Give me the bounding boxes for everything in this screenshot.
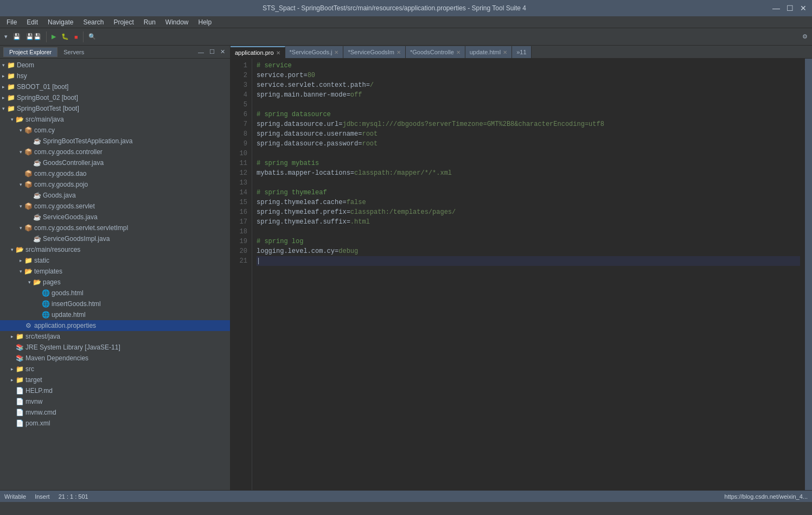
tree-item-springboottest[interactable]: ▾📁SpringBootTest [boot] [0, 103, 230, 114]
toolbar-settings-button[interactable]: ⚙ [800, 30, 810, 43]
status-left: Writable Insert 21 : 1 : 501 [4, 493, 88, 500]
tree-item-appprops[interactable]: ⚙application.properties [0, 320, 230, 331]
editor-tab-tab-overflow[interactable]: »11 [512, 46, 531, 58]
editor-tab-tab-servicegoods-j[interactable]: *ServiceGoods.j✕ [285, 46, 344, 58]
code-value: root [362, 130, 378, 138]
toolbar-saveall-button[interactable]: 💾💾 [24, 30, 43, 43]
toolbar: ▾ 💾 💾💾 ▶ 🐛 ■ 🔍 ⚙ [0, 28, 812, 46]
tree-item-label: SBOOT_01 [boot] [17, 83, 68, 91]
tree-file-icon: ☕ [33, 235, 41, 243]
tree-item-label: mvnw [25, 398, 42, 405]
line-number: 14 [231, 188, 252, 198]
tab-close-icon[interactable]: ✕ [276, 50, 280, 56]
toolbar-new-button[interactable]: ▾ [2, 30, 10, 43]
tree-item-hsy[interactable]: ▸📁hsy [0, 71, 230, 81]
tree-item-target[interactable]: ▸📁target [0, 374, 230, 385]
editor-tab-tab-goodscontroller[interactable]: *GoodsControlle✕ [406, 46, 465, 58]
code-key: mybatis.mapper-locations [257, 169, 350, 177]
tree-item-src-test-java[interactable]: ▸📁src/test/java [0, 331, 230, 342]
tree-item-deom[interactable]: ▾📁Deom [0, 60, 230, 71]
tree-item-label: com.cy.goods.servlet.servletImpl [34, 224, 128, 232]
code-value: classpath:/mapper/*/*.xml [354, 169, 452, 177]
toolbar-sep-2 [83, 31, 84, 42]
tree-item-label: com.cy [34, 126, 55, 134]
code-key: service.port [257, 72, 303, 79]
tree-item-label: hsy [17, 72, 27, 80]
tree-item-com-cy-goods-dao[interactable]: 📦com.cy.goods.dao [0, 168, 230, 179]
panel-minimize-button[interactable]: — [196, 48, 206, 56]
tree-item-static[interactable]: ▸📁static [0, 255, 230, 266]
code-line-19: # spring log [257, 237, 800, 246]
tree-item-com-cy-goods-pojo[interactable]: ▾📦com.cy.goods.pojo [0, 179, 230, 190]
tree-item-maven-deps[interactable]: 📚Maven Dependencies [0, 353, 230, 364]
tree-item-com-cy[interactable]: ▾📦com.cy [0, 125, 230, 136]
menu-item-help[interactable]: Help [194, 17, 216, 27]
tree-item-label: com.cy.goods.controller [34, 148, 103, 156]
menu-item-window[interactable]: Window [161, 17, 193, 27]
tab-servers[interactable]: Servers [57, 47, 90, 57]
tree-item-updatehtml[interactable]: 🌐update.html [0, 309, 230, 320]
tree-item-src[interactable]: ▸📁src [0, 364, 230, 374]
tree-item-springboottestapp[interactable]: ☕SpringBootTestApplication.java [0, 136, 230, 147]
tree-item-pages[interactable]: ▾📂pages [0, 277, 230, 288]
panel-maximize-button[interactable]: ☐ [208, 48, 216, 56]
tree-item-goodshtml[interactable]: 🌐goods.html [0, 288, 230, 298]
line-number: 12 [231, 168, 252, 178]
tree-item-helpmd[interactable]: 📄HELP.md [0, 385, 230, 396]
tree-item-templates[interactable]: ▾📂templates [0, 266, 230, 277]
tree-item-src-main-java[interactable]: ▾📂src/main/java [0, 114, 230, 125]
editor-tab-tab-servicegoodsim[interactable]: *ServiceGoodsIm✕ [343, 46, 406, 58]
right-panel: application.pro✕*ServiceGoods.j✕*Service… [231, 46, 812, 490]
tree-item-jre-system[interactable]: 📚JRE System Library [JavaSE-11] [0, 342, 230, 353]
tree-item-label: pages [43, 278, 61, 286]
editor-tab-tab-update[interactable]: update.html✕ [465, 46, 512, 58]
tree-item-com-cy-goods-controller[interactable]: ▾📦com.cy.goods.controller [0, 147, 230, 157]
tree-file-icon: 📄 [15, 419, 24, 427]
tab-close-icon[interactable]: ✕ [503, 49, 507, 55]
tree-item-com-cy-goods-servlet-impl[interactable]: ▾📦com.cy.goods.servlet.servletImpl [0, 222, 230, 233]
tree-item-springboot02[interactable]: ▸📁SpringBoot_02 [boot] [0, 92, 230, 103]
menu-item-run[interactable]: Run [139, 17, 160, 27]
tree-item-label: GoodsController.java [43, 159, 104, 167]
tree-item-insertgoodshtml[interactable]: 🌐insertGoods.html [0, 298, 230, 309]
code-line-5 [257, 100, 800, 110]
tab-close-icon[interactable]: ✕ [456, 49, 461, 55]
panel-close-button[interactable]: ✕ [219, 48, 227, 56]
menu-item-edit[interactable]: Edit [22, 17, 42, 27]
code-line-12: mybatis.mapper-locations=classpath:/mapp… [257, 168, 800, 178]
tab-close-icon[interactable]: ✕ [334, 49, 338, 55]
tree-file-icon: 📂 [15, 246, 24, 253]
tree-item-mvnwcmd[interactable]: 📄mvnw.cmd [0, 407, 230, 418]
toolbar-debug-button[interactable]: 🐛 [59, 30, 71, 43]
tree-item-com-cy-goods-servlet[interactable]: ▾📦com.cy.goods.servlet [0, 201, 230, 212]
close-button[interactable]: ✕ [800, 4, 807, 12]
tree-item-servicegoods[interactable]: ☕ServiceGoods.java [0, 212, 230, 222]
status-url: https://blog.csdn.net/weixin_4... [725, 493, 808, 500]
tree-item-sboot01[interactable]: ▸📁SBOOT_01 [boot] [0, 81, 230, 92]
maximize-button[interactable]: ☐ [787, 4, 794, 12]
menu-item-file[interactable]: File [2, 17, 21, 27]
tree-item-goodscontroller[interactable]: ☕GoodsController.java [0, 157, 230, 168]
editor-tab-tab-appprops[interactable]: application.pro✕ [231, 46, 285, 58]
menu-item-search[interactable]: Search [79, 17, 108, 27]
tab-project-explorer[interactable]: Project Explorer [3, 47, 57, 57]
tree-item-mvnw[interactable]: 📄mvnw [0, 396, 230, 407]
toolbar-run-button[interactable]: ▶ [49, 30, 58, 43]
toolbar-save-button[interactable]: 💾 [11, 30, 23, 43]
tree-item-pomxml[interactable]: 📄pom.xml [0, 418, 230, 429]
menu-item-project[interactable]: Project [109, 17, 138, 27]
line-number: 7 [231, 119, 252, 129]
tree-item-goodsjava[interactable]: ☕Goods.java [0, 190, 230, 201]
toolbar-stop-button[interactable]: ■ [72, 30, 80, 43]
code-editor[interactable]: # serviceservice.port=80service.servlet.… [252, 59, 804, 490]
toolbar-search-button[interactable]: 🔍 [86, 30, 98, 43]
line-number: 1 [231, 61, 252, 71]
minimize-button[interactable]: — [772, 4, 780, 12]
tree-item-label: SpringBootTest [boot] [17, 105, 79, 112]
tree-item-servicegoodsimpl[interactable]: ☕ServiceGoodsImpl.java [0, 233, 230, 244]
tab-close-icon[interactable]: ✕ [397, 49, 401, 55]
code-value: .html [350, 218, 370, 226]
tree-item-src-main-resources[interactable]: ▾📂src/main/resources [0, 244, 230, 255]
menu-item-navigate[interactable]: Navigate [43, 17, 78, 27]
tree-file-icon: ☕ [33, 192, 41, 199]
